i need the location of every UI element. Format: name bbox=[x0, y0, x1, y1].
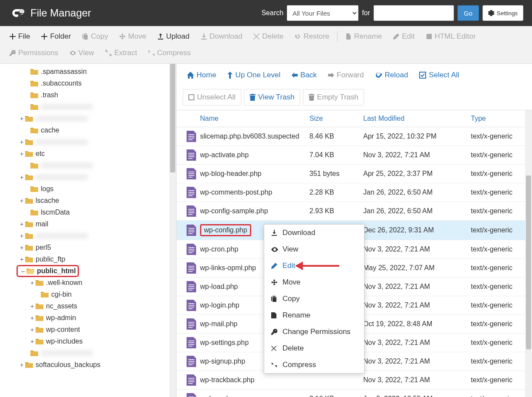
expander-icon[interactable]: – bbox=[20, 268, 26, 275]
empty-trash-button[interactable]: Empty Trash bbox=[303, 89, 364, 106]
tree-item[interactable] bbox=[0, 159, 169, 171]
tree-label[interactable]: .well-known bbox=[46, 279, 82, 287]
table-row[interactable]: wp-blog-header.php351 bytesApr 25, 2022,… bbox=[177, 165, 525, 183]
file-name[interactable]: slicemap.php.bv6083.suspected bbox=[200, 132, 309, 140]
tree-label[interactable]: cache bbox=[41, 126, 59, 134]
expander-icon[interactable]: + bbox=[18, 232, 25, 239]
expander-icon[interactable]: + bbox=[29, 326, 36, 333]
tree-label[interactable]: .trash bbox=[41, 91, 58, 99]
upload-button[interactable]: Upload bbox=[152, 29, 195, 44]
tree-label[interactable]: softaculous_backups bbox=[36, 361, 100, 369]
file-name[interactable]: wp-activate.php bbox=[200, 151, 309, 159]
ctx-delete[interactable]: Delete bbox=[264, 340, 364, 357]
expander-icon[interactable]: + bbox=[18, 139, 25, 146]
tree-item[interactable]: +wp-includes bbox=[0, 335, 169, 347]
view-button[interactable]: View bbox=[65, 45, 100, 61]
expander-icon[interactable]: + bbox=[18, 197, 25, 204]
tree-label[interactable]: perl5 bbox=[36, 244, 51, 251]
compress-button[interactable]: Compress bbox=[143, 45, 196, 61]
ctx-rename[interactable]: Rename bbox=[264, 307, 364, 324]
tree-item[interactable]: cache bbox=[0, 124, 169, 136]
tree-item[interactable]: +nc_assets bbox=[0, 300, 169, 312]
tree-item[interactable]: + bbox=[0, 230, 169, 242]
tree-label[interactable]: cgi-bin bbox=[51, 291, 72, 298]
ctx-move[interactable]: Move bbox=[264, 274, 364, 291]
tree-item[interactable]: + bbox=[0, 136, 169, 148]
download-button[interactable]: Download bbox=[196, 29, 248, 44]
table-row[interactable]: wp-comments-post.php2.28 KBJan 26, 2022,… bbox=[177, 183, 525, 202]
file-name[interactable]: wp-comments-post.php bbox=[200, 189, 309, 196]
ctx-view[interactable]: View bbox=[264, 241, 364, 258]
expander-icon[interactable]: + bbox=[18, 361, 25, 368]
search-input[interactable] bbox=[374, 5, 454, 21]
table-row[interactable]: slicemap.php.bv6083.suspected8.46 KBApr … bbox=[177, 127, 525, 146]
view-trash-button[interactable]: View Trash bbox=[244, 89, 300, 106]
tree-item[interactable]: +perl5 bbox=[0, 242, 169, 253]
expander-icon[interactable]: + bbox=[18, 256, 25, 263]
tree-item[interactable]: + bbox=[0, 171, 169, 183]
tree-item[interactable]: +lscache bbox=[0, 195, 169, 206]
tree-item[interactable]: +mail bbox=[0, 218, 169, 230]
tree-label[interactable]: mail bbox=[36, 220, 48, 228]
select-all-button[interactable]: Select All bbox=[415, 68, 463, 82]
tree-item[interactable]: lscmData bbox=[0, 206, 169, 218]
tree-item[interactable]: cgi-bin bbox=[0, 288, 169, 300]
tree-item[interactable]: +wp-content bbox=[0, 324, 169, 335]
tree-label[interactable]: public_ftp bbox=[36, 255, 66, 263]
tree-item[interactable]: –public_html bbox=[0, 265, 169, 277]
expander-icon[interactable]: + bbox=[18, 221, 25, 228]
restore-button[interactable]: Restore bbox=[289, 29, 335, 44]
tree-label[interactable]: lscmData bbox=[41, 208, 70, 216]
tree-item[interactable]: +public_ftp bbox=[0, 253, 169, 265]
home-button[interactable]: Home bbox=[183, 68, 220, 82]
ctx-download[interactable]: Download bbox=[264, 225, 364, 241]
delete-button[interactable]: Delete bbox=[248, 29, 289, 44]
file-name[interactable]: wp-trackback.php bbox=[200, 376, 309, 384]
tree-item[interactable] bbox=[0, 347, 169, 359]
extract-button[interactable]: Extract bbox=[100, 45, 142, 61]
tree-label[interactable]: etc bbox=[36, 150, 45, 158]
tree-label[interactable]: wp-admin bbox=[46, 314, 76, 322]
file-name[interactable]: xmlrpc.php bbox=[200, 395, 309, 397]
expander-icon[interactable]: + bbox=[29, 314, 36, 321]
expander-icon[interactable]: + bbox=[29, 279, 36, 286]
tree-label[interactable]: logs bbox=[41, 185, 53, 193]
expander-icon[interactable]: + bbox=[18, 174, 25, 181]
vertical-scrollbar[interactable] bbox=[525, 110, 532, 397]
col-size[interactable]: Size bbox=[309, 115, 363, 122]
tree-item[interactable]: .trash bbox=[0, 89, 169, 101]
unselect-all-button[interactable]: Unselect All bbox=[183, 89, 241, 106]
expander-icon[interactable]: + bbox=[29, 303, 36, 310]
html-editor-button[interactable]: HTML Editor bbox=[421, 29, 481, 44]
tree-label[interactable]: lscache bbox=[36, 197, 59, 205]
tree-item[interactable]: .subaccounts bbox=[0, 77, 169, 89]
tree-item[interactable]: +wp-admin bbox=[0, 312, 169, 324]
file-name[interactable]: wp-blog-header.php bbox=[200, 170, 309, 178]
tree-item[interactable]: +etc bbox=[0, 148, 169, 159]
folder-tree[interactable]: .spamassassin.subaccounts.trash+cache++e… bbox=[0, 64, 169, 397]
tree-label[interactable]: nc_assets bbox=[46, 302, 77, 310]
tree-label[interactable]: .subaccounts bbox=[41, 79, 82, 87]
col-name[interactable]: Name bbox=[200, 115, 309, 122]
expander-icon[interactable]: + bbox=[29, 338, 36, 345]
tree-label[interactable]: .spamassassin bbox=[41, 68, 87, 76]
col-type[interactable]: Type bbox=[471, 115, 525, 122]
new-folder-button[interactable]: Folder bbox=[36, 29, 76, 44]
ctx-compress[interactable]: Compress bbox=[264, 357, 364, 373]
col-modified[interactable]: Last Modified bbox=[363, 115, 471, 122]
sidebar-scrollbar[interactable] bbox=[169, 64, 176, 397]
new-file-button[interactable]: File bbox=[4, 29, 35, 44]
ctx-permissions[interactable]: Change Permissions bbox=[264, 324, 364, 340]
forward-button[interactable]: Forward bbox=[324, 68, 368, 82]
table-row[interactable]: wp-config-sample.php2.93 KBJan 26, 2022,… bbox=[177, 202, 525, 221]
rename-button[interactable]: Rename bbox=[340, 29, 387, 44]
copy-button[interactable]: Copy bbox=[77, 29, 114, 44]
back-button[interactable]: Back bbox=[287, 68, 321, 82]
table-row[interactable]: wp-activate.php7.04 KBNov 3, 2022, 7:21 … bbox=[177, 146, 525, 165]
expander-icon[interactable]: + bbox=[18, 244, 25, 251]
expander-icon[interactable]: + bbox=[18, 150, 25, 157]
table-row[interactable]: xmlrpc.php3.16 KBJun 9, 2020, 10:55 AMte… bbox=[177, 390, 525, 397]
go-button[interactable]: Go bbox=[457, 5, 479, 21]
reload-button[interactable]: Reload bbox=[371, 68, 412, 82]
tree-item[interactable] bbox=[0, 101, 169, 112]
